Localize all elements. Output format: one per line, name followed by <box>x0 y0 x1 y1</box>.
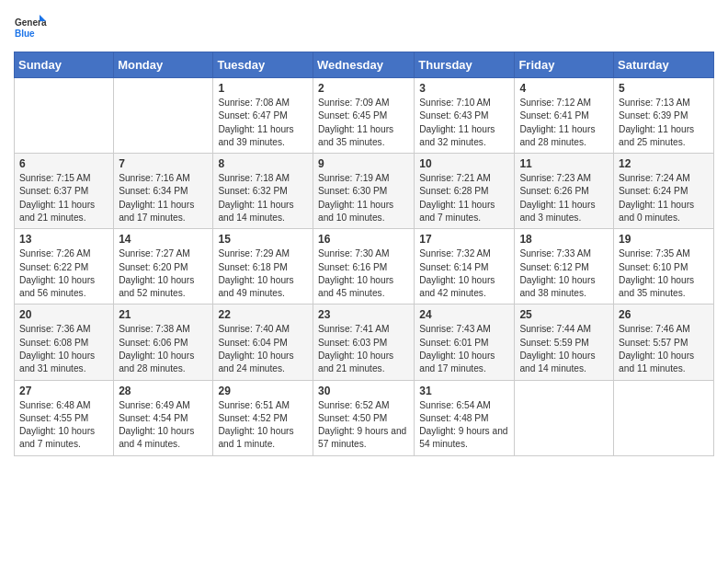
day-number: 1 <box>218 82 308 95</box>
day-info: Sunrise: 7:36 AM Sunset: 6:08 PM Dayligh… <box>19 323 108 375</box>
calendar-cell: 25Sunrise: 7:44 AM Sunset: 5:59 PM Dayli… <box>515 304 614 380</box>
day-number: 25 <box>519 308 609 321</box>
calendar-week-row: 27Sunrise: 6:48 AM Sunset: 4:55 PM Dayli… <box>15 380 714 455</box>
calendar-cell <box>114 78 213 154</box>
calendar-cell: 21Sunrise: 7:38 AM Sunset: 6:06 PM Dayli… <box>114 304 213 380</box>
day-number: 11 <box>519 157 609 170</box>
calendar-cell: 9Sunrise: 7:19 AM Sunset: 6:30 PM Daylig… <box>313 154 415 229</box>
day-number: 5 <box>619 82 709 95</box>
calendar-cell <box>515 380 614 455</box>
day-number: 8 <box>218 157 308 170</box>
calendar-week-row: 6Sunrise: 7:15 AM Sunset: 6:37 PM Daylig… <box>15 154 714 229</box>
col-sunday: Sunday <box>15 52 114 78</box>
day-number: 30 <box>318 385 409 397</box>
calendar-cell <box>614 380 714 455</box>
calendar-cell: 27Sunrise: 6:48 AM Sunset: 4:55 PM Dayli… <box>15 380 114 455</box>
day-number: 10 <box>419 157 509 170</box>
day-number: 23 <box>318 308 409 321</box>
day-info: Sunrise: 7:40 AM Sunset: 6:04 PM Dayligh… <box>218 323 308 375</box>
day-info: Sunrise: 7:12 AM Sunset: 6:41 PM Dayligh… <box>519 97 609 149</box>
day-info: Sunrise: 6:49 AM Sunset: 4:54 PM Dayligh… <box>119 399 208 452</box>
day-number: 9 <box>318 157 409 170</box>
day-number: 29 <box>218 385 308 397</box>
day-info: Sunrise: 7:35 AM Sunset: 6:10 PM Dayligh… <box>619 247 709 300</box>
page: General Blue Sunday Monday Tuesday Wedne… <box>0 0 728 470</box>
day-info: Sunrise: 7:41 AM Sunset: 6:03 PM Dayligh… <box>318 323 409 375</box>
day-number: 27 <box>19 385 108 397</box>
calendar-cell: 19Sunrise: 7:35 AM Sunset: 6:10 PM Dayli… <box>614 229 714 304</box>
day-number: 6 <box>19 157 108 170</box>
col-friday: Friday <box>515 52 614 78</box>
calendar-cell: 1Sunrise: 7:08 AM Sunset: 6:47 PM Daylig… <box>213 78 313 154</box>
day-info: Sunrise: 7:26 AM Sunset: 6:22 PM Dayligh… <box>19 247 108 300</box>
calendar-cell: 3Sunrise: 7:10 AM Sunset: 6:43 PM Daylig… <box>415 78 515 154</box>
calendar-week-row: 20Sunrise: 7:36 AM Sunset: 6:08 PM Dayli… <box>15 304 714 380</box>
day-number: 24 <box>419 308 509 321</box>
day-number: 15 <box>218 233 308 246</box>
day-info: Sunrise: 7:24 AM Sunset: 6:24 PM Dayligh… <box>619 172 709 224</box>
calendar-cell: 26Sunrise: 7:46 AM Sunset: 5:57 PM Dayli… <box>614 304 714 380</box>
day-info: Sunrise: 7:43 AM Sunset: 6:01 PM Dayligh… <box>419 323 509 375</box>
day-info: Sunrise: 6:51 AM Sunset: 4:52 PM Dayligh… <box>218 399 308 452</box>
day-info: Sunrise: 7:33 AM Sunset: 6:12 PM Dayligh… <box>519 247 609 300</box>
day-number: 28 <box>119 385 208 397</box>
day-info: Sunrise: 7:46 AM Sunset: 5:57 PM Dayligh… <box>619 323 709 375</box>
day-info: Sunrise: 7:29 AM Sunset: 6:18 PM Dayligh… <box>218 247 308 300</box>
day-number: 19 <box>619 233 709 246</box>
calendar-cell: 4Sunrise: 7:12 AM Sunset: 6:41 PM Daylig… <box>515 78 614 154</box>
day-info: Sunrise: 7:23 AM Sunset: 6:26 PM Dayligh… <box>519 172 609 224</box>
day-info: Sunrise: 7:10 AM Sunset: 6:43 PM Dayligh… <box>419 97 509 149</box>
calendar-cell: 2Sunrise: 7:09 AM Sunset: 6:45 PM Daylig… <box>313 78 415 154</box>
day-number: 31 <box>419 385 509 397</box>
day-number: 13 <box>19 233 108 246</box>
day-info: Sunrise: 7:44 AM Sunset: 5:59 PM Dayligh… <box>519 323 609 375</box>
calendar-cell: 10Sunrise: 7:21 AM Sunset: 6:28 PM Dayli… <box>415 154 515 229</box>
day-number: 22 <box>218 308 308 321</box>
logo: General Blue <box>14 13 47 46</box>
day-number: 17 <box>419 233 509 246</box>
calendar-cell: 13Sunrise: 7:26 AM Sunset: 6:22 PM Dayli… <box>15 229 114 304</box>
day-info: Sunrise: 6:52 AM Sunset: 4:50 PM Dayligh… <box>318 399 409 452</box>
col-thursday: Thursday <box>415 52 515 78</box>
logo-svg: General Blue <box>14 13 47 46</box>
calendar-cell: 6Sunrise: 7:15 AM Sunset: 6:37 PM Daylig… <box>15 154 114 229</box>
day-number: 3 <box>419 82 509 95</box>
col-saturday: Saturday <box>614 52 714 78</box>
day-info: Sunrise: 7:16 AM Sunset: 6:34 PM Dayligh… <box>119 172 208 224</box>
svg-text:Blue: Blue <box>15 29 35 39</box>
day-info: Sunrise: 7:15 AM Sunset: 6:37 PM Dayligh… <box>19 172 108 224</box>
day-info: Sunrise: 7:18 AM Sunset: 6:32 PM Dayligh… <box>218 172 308 224</box>
calendar-cell: 28Sunrise: 6:49 AM Sunset: 4:54 PM Dayli… <box>114 380 213 455</box>
calendar-cell: 24Sunrise: 7:43 AM Sunset: 6:01 PM Dayli… <box>415 304 515 380</box>
calendar-cell: 5Sunrise: 7:13 AM Sunset: 6:39 PM Daylig… <box>614 78 714 154</box>
calendar-cell: 16Sunrise: 7:30 AM Sunset: 6:16 PM Dayli… <box>313 229 415 304</box>
col-monday: Monday <box>114 52 213 78</box>
col-wednesday: Wednesday <box>313 52 415 78</box>
day-info: Sunrise: 7:08 AM Sunset: 6:47 PM Dayligh… <box>218 97 308 149</box>
calendar-cell: 20Sunrise: 7:36 AM Sunset: 6:08 PM Dayli… <box>15 304 114 380</box>
calendar-cell: 8Sunrise: 7:18 AM Sunset: 6:32 PM Daylig… <box>213 154 313 229</box>
day-info: Sunrise: 7:32 AM Sunset: 6:14 PM Dayligh… <box>419 247 509 300</box>
day-info: Sunrise: 7:13 AM Sunset: 6:39 PM Dayligh… <box>619 97 709 149</box>
day-number: 20 <box>19 308 108 321</box>
day-number: 4 <box>519 82 609 95</box>
calendar-week-row: 1Sunrise: 7:08 AM Sunset: 6:47 PM Daylig… <box>15 78 714 154</box>
calendar-cell: 14Sunrise: 7:27 AM Sunset: 6:20 PM Dayli… <box>114 229 213 304</box>
calendar-cell: 29Sunrise: 6:51 AM Sunset: 4:52 PM Dayli… <box>213 380 313 455</box>
calendar-cell: 18Sunrise: 7:33 AM Sunset: 6:12 PM Dayli… <box>515 229 614 304</box>
calendar-cell: 12Sunrise: 7:24 AM Sunset: 6:24 PM Dayli… <box>614 154 714 229</box>
calendar-cell: 23Sunrise: 7:41 AM Sunset: 6:03 PM Dayli… <box>313 304 415 380</box>
day-info: Sunrise: 7:38 AM Sunset: 6:06 PM Dayligh… <box>119 323 208 375</box>
calendar: Sunday Monday Tuesday Wednesday Thursday… <box>14 52 714 456</box>
day-number: 16 <box>318 233 409 246</box>
calendar-header-row: Sunday Monday Tuesday Wednesday Thursday… <box>15 52 714 78</box>
day-number: 14 <box>119 233 208 246</box>
header: General Blue <box>14 9 714 46</box>
day-info: Sunrise: 7:19 AM Sunset: 6:30 PM Dayligh… <box>318 172 409 224</box>
day-number: 7 <box>119 157 208 170</box>
calendar-week-row: 13Sunrise: 7:26 AM Sunset: 6:22 PM Dayli… <box>15 229 714 304</box>
calendar-cell: 30Sunrise: 6:52 AM Sunset: 4:50 PM Dayli… <box>313 380 415 455</box>
day-info: Sunrise: 6:48 AM Sunset: 4:55 PM Dayligh… <box>19 399 108 452</box>
col-tuesday: Tuesday <box>213 52 313 78</box>
day-number: 2 <box>318 82 409 95</box>
